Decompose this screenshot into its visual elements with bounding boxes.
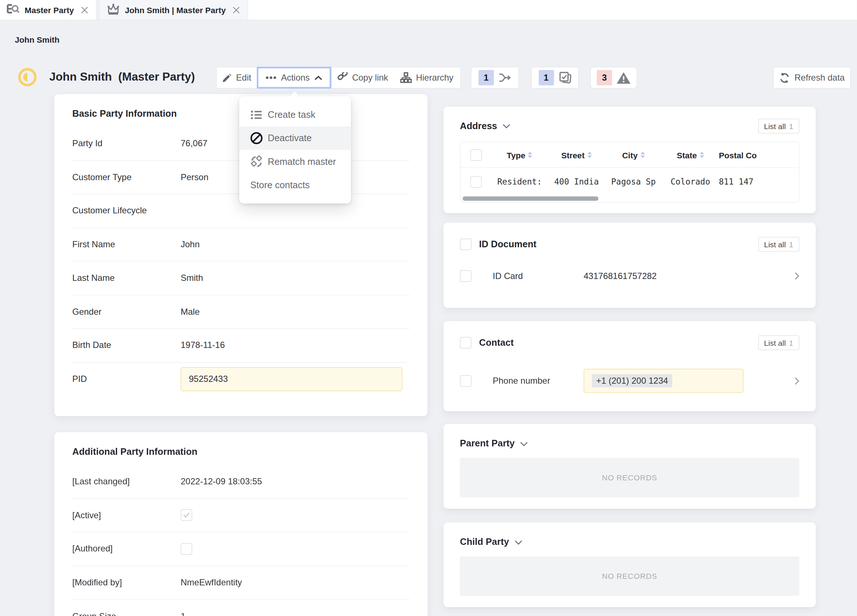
menu-notch <box>289 91 300 102</box>
id-document-list-all-button[interactable]: List all1 <box>758 237 799 252</box>
field-row-first-name: First Name John <box>72 228 410 261</box>
section-title: Contact <box>479 337 514 348</box>
merge-arrow-icon <box>498 73 511 83</box>
address-table-row[interactable]: Resident: 400 India Pagosa Sp Colorado 8… <box>461 168 799 196</box>
badge-count: 1 <box>538 70 554 85</box>
address-list-all-button[interactable]: List all1 <box>758 119 799 134</box>
refresh-icon <box>779 72 790 83</box>
phone-number-row[interactable]: Phone number +1 (201) 200 1234 <box>460 369 799 393</box>
sort-icon[interactable] <box>640 152 645 158</box>
warnings-button[interactable]: 3 <box>590 67 637 89</box>
copy-link-button[interactable]: Copy link <box>331 67 394 89</box>
contact-card: Contact List all1 Phone number +1 (201) … <box>444 321 816 412</box>
actions-button[interactable]: Actions <box>257 67 331 89</box>
field-row-gender: Gender Male <box>72 295 410 329</box>
row-checkbox[interactable] <box>460 375 472 387</box>
id-document-checkbox[interactable] <box>460 239 472 250</box>
additional-party-information-card: Additional Party Information [Last chang… <box>54 432 428 616</box>
menu-item-rematch-master[interactable]: Rematch master <box>240 150 351 174</box>
hierarchy-button[interactable]: Hierarchy <box>393 67 461 89</box>
scrollbar-thumb[interactable] <box>463 196 599 201</box>
field-row-last-changed: [Last changed] 2022-12-09 18:03:55 <box>72 465 410 499</box>
edit-button[interactable]: Edit <box>217 67 257 89</box>
select-all-checkbox[interactable] <box>470 149 482 161</box>
id-card-row[interactable]: ID Card 431768161757282 <box>460 270 799 282</box>
ellipsis-icon <box>266 76 277 80</box>
parent-party-card: Parent Party NO RECORDS <box>444 424 816 509</box>
tasks-button[interactable]: 1 <box>531 67 579 89</box>
field-row-last-name: Last Name Smith <box>72 261 410 295</box>
row-checkbox[interactable] <box>460 270 472 282</box>
row-checkbox[interactable] <box>470 176 482 187</box>
close-icon[interactable] <box>233 6 240 14</box>
sort-icon[interactable] <box>587 152 592 158</box>
task-stack-icon <box>558 71 571 84</box>
selected-value: +1 (201) 200 1234 <box>592 374 673 388</box>
chevron-down-icon[interactable] <box>515 540 522 545</box>
tab-master-party[interactable]: Master Party <box>0 0 101 20</box>
contact-list-all-button[interactable]: List all1 <box>758 335 799 350</box>
contrast-circle-icon <box>18 68 37 89</box>
breadcrumb: John Smith <box>15 35 60 45</box>
close-icon[interactable] <box>81 6 88 14</box>
tab-label: John Smith | Master Party <box>125 5 226 15</box>
no-records-placeholder: NO RECORDS <box>460 458 799 497</box>
section-title: ID Document <box>479 239 537 250</box>
field-row-modified-by: [Modified by] NmeEwfIdentity <box>72 566 410 600</box>
rematch-master-icon <box>251 155 263 168</box>
field-row-birth-date: Birth Date 1978-11-16 <box>72 329 410 363</box>
merge-requests-button[interactable]: 1 <box>471 67 519 89</box>
menu-item-create-task[interactable]: Create task <box>240 103 351 127</box>
link-icon <box>337 72 348 83</box>
warning-triangle-icon <box>616 71 631 84</box>
section-title: Child Party <box>460 537 509 548</box>
chevron-up-icon <box>314 75 323 80</box>
phone-highlighted-field[interactable]: +1 (201) 200 1234 <box>584 369 744 393</box>
actions-dropdown-menu: Create task Deactivate Rematch maste <box>240 96 351 204</box>
sort-icon[interactable] <box>528 152 532 158</box>
authored-checkbox[interactable] <box>181 543 192 555</box>
tab-label: Master Party <box>25 5 74 15</box>
refresh-data-button[interactable]: Refresh data <box>773 67 851 89</box>
horizontal-scrollbar <box>461 196 799 202</box>
eq-logo-icon <box>6 3 20 17</box>
menu-item-store-contacts[interactable]: Store contacts <box>240 174 351 197</box>
page-title: John Smith (Master Party) <box>49 70 195 83</box>
active-checkbox[interactable] <box>181 509 192 521</box>
chevron-down-icon[interactable] <box>520 441 528 446</box>
address-table: Type Street City State Postal Co Residen… <box>460 142 799 203</box>
tab-john-smith[interactable]: John Smith | Master Party <box>101 0 248 20</box>
no-records-placeholder: NO RECORDS <box>460 557 799 596</box>
deactivate-icon <box>251 132 263 145</box>
check-icon <box>183 512 190 518</box>
chevron-down-icon[interactable] <box>503 124 510 129</box>
field-row-group-size: Group Size 1 <box>72 600 410 616</box>
header-row: John Smith (Master Party) Edit Actions C… <box>0 67 857 89</box>
pid-highlighted-field[interactable]: 95252433 <box>181 367 402 391</box>
address-card: Address List all1 Type Street City State… <box>444 107 816 214</box>
crown-icon <box>107 3 120 17</box>
contact-checkbox[interactable] <box>460 337 472 349</box>
hierarchy-icon <box>400 72 412 83</box>
field-row-authored: [Authored] <box>72 533 410 566</box>
app-viewport: Master Party John Smith | Master Party <box>0 0 857 616</box>
child-party-card: Child Party NO RECORDS <box>444 523 816 608</box>
badge-count: 3 <box>597 70 612 85</box>
menu-item-deactivate[interactable]: Deactivate <box>240 127 351 150</box>
field-row-pid: PID 95252433 <box>72 363 410 396</box>
chevron-right-icon[interactable] <box>795 377 800 385</box>
chevron-right-icon[interactable] <box>795 272 800 281</box>
badge-count: 1 <box>478 70 494 85</box>
pencil-icon <box>222 73 232 82</box>
create-task-icon <box>251 110 263 120</box>
sort-icon[interactable] <box>700 152 704 158</box>
field-row-active: [Active] <box>72 499 410 532</box>
section-title: Address <box>460 121 497 132</box>
id-document-card: ID Document List all1 ID Card 4317681617… <box>444 223 816 308</box>
card-title: Additional Party Information <box>72 446 410 457</box>
address-table-header: Type Street City State Postal Co <box>461 142 799 168</box>
tab-bar: Master Party John Smith | Master Party <box>0 0 857 20</box>
section-title: Parent Party <box>460 438 515 449</box>
